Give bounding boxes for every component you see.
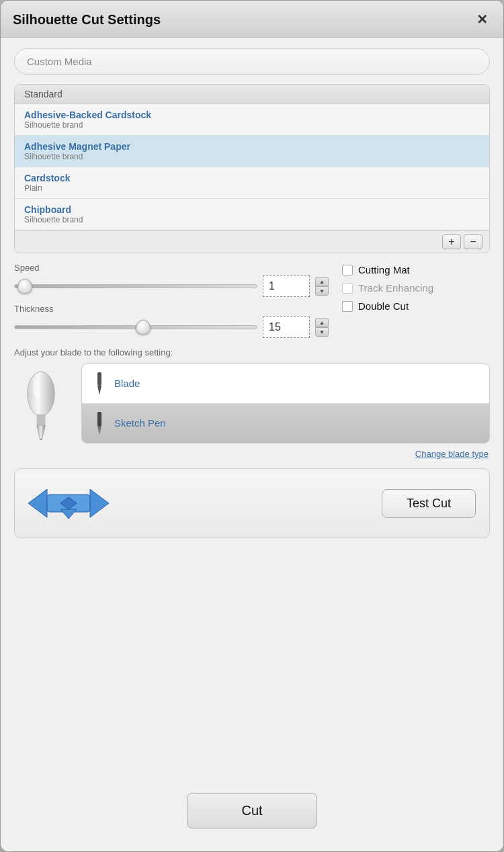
remove-media-button[interactable]: −	[464, 235, 482, 249]
list-section-header: Standard	[15, 85, 489, 104]
blade-section: Adjust your blade to the following setti…	[14, 347, 490, 459]
list-item-name: Cardstock	[24, 173, 480, 183]
list-item[interactable]: Cardstock Plain	[15, 167, 489, 199]
window: Silhouette Cut Settings ✕ Custom Media S…	[0, 0, 504, 852]
list-item[interactable]: Adhesive-Backed Cardstock Silhouette bra…	[15, 104, 489, 136]
list-item-sub: Silhouette brand	[24, 215, 480, 224]
blade-content: Blade Sketch Pen	[14, 363, 490, 443]
svg-point-0	[28, 372, 54, 416]
list-item-name: Adhesive Magnet Paper	[24, 141, 480, 152]
track-enhancing-row: Track Enhancing	[342, 282, 490, 294]
list-item[interactable]: Chipboard Silhouette brand	[15, 199, 489, 230]
thickness-control: Thickness 15 ▲ ▼	[14, 304, 329, 338]
blade-section-label: Adjust your blade to the following setti…	[14, 347, 490, 357]
track-enhancing-checkbox	[342, 283, 353, 294]
thickness-increment-button[interactable]: ▲	[315, 318, 329, 327]
close-button[interactable]: ✕	[472, 10, 491, 29]
svg-rect-7	[97, 412, 101, 427]
thickness-decrement-button[interactable]: ▼	[315, 327, 329, 337]
speed-label: Speed	[14, 263, 329, 273]
blade-image	[14, 363, 68, 443]
list-item[interactable]: Adhesive Magnet Paper Silhouette brand	[15, 136, 489, 167]
blade-illustration-icon	[17, 366, 65, 440]
svg-marker-9	[28, 489, 47, 517]
blade-option-sketch-pen[interactable]: Sketch Pen	[82, 404, 489, 443]
window-title: Silhouette Cut Settings	[13, 12, 161, 28]
blade-option-label: Blade	[114, 378, 140, 389]
cutting-mat-label: Cutting Mat	[358, 264, 410, 275]
sketch-pen-option-label: Sketch Pen	[114, 417, 166, 429]
thickness-label: Thickness	[14, 304, 329, 314]
list-item-name: Chipboard	[24, 204, 480, 215]
add-media-button[interactable]: +	[442, 235, 461, 249]
thickness-slider-row: 15 ▲ ▼	[14, 316, 329, 338]
list-item-sub: Silhouette brand	[24, 152, 480, 161]
blade-option-blade[interactable]: Blade	[82, 364, 489, 404]
test-cut-button[interactable]: Test Cut	[382, 489, 476, 518]
thickness-slider-track[interactable]	[14, 325, 257, 329]
speed-slider-thumb[interactable]	[17, 279, 32, 294]
list-item-name: Adhesive-Backed Cardstock	[24, 110, 480, 120]
cut-button-container: Cut	[14, 793, 490, 835]
speed-value-display[interactable]: 1	[263, 275, 310, 297]
svg-marker-6	[97, 386, 101, 395]
list-item-sub: Plain	[24, 183, 480, 193]
track-enhancing-label: Track Enhancing	[358, 282, 433, 294]
speed-control: Speed 1 ▲ ▼	[14, 263, 329, 297]
blade-selector: Blade Sketch Pen	[81, 364, 490, 443]
svg-marker-3	[40, 439, 42, 440]
speed-increment-button[interactable]: ▲	[315, 277, 329, 286]
thickness-slider-thumb[interactable]	[136, 320, 151, 335]
thickness-stepper: ▲ ▼	[315, 318, 329, 337]
svg-marker-2	[37, 425, 46, 439]
media-list-container: Standard Adhesive-Backed Cardstock Silho…	[14, 84, 490, 253]
svg-marker-8	[97, 427, 101, 435]
settings-row: Speed 1 ▲ ▼ Thickness	[14, 263, 490, 338]
list-item-sub: Silhouette brand	[24, 120, 480, 130]
double-cut-row[interactable]: Double Cut	[342, 300, 490, 312]
move-arrows-icon	[28, 480, 109, 527]
svg-point-4	[33, 378, 40, 397]
speed-slider-row: 1 ▲ ▼	[14, 275, 329, 297]
svg-rect-5	[97, 372, 101, 386]
thickness-value-display[interactable]: 15	[263, 316, 310, 338]
custom-media-field[interactable]: Custom Media	[14, 48, 490, 75]
spacer	[14, 548, 490, 783]
blade-tool-icon	[93, 372, 106, 395]
svg-rect-1	[37, 415, 46, 426]
left-controls: Speed 1 ▲ ▼ Thickness	[14, 263, 329, 338]
test-cut-panel: Test Cut	[14, 468, 490, 538]
cutting-mat-checkbox[interactable]	[342, 265, 353, 275]
double-cut-checkbox[interactable]	[342, 301, 353, 312]
cutting-mat-row[interactable]: Cutting Mat	[342, 264, 490, 275]
svg-marker-12	[90, 489, 109, 517]
speed-decrement-button[interactable]: ▼	[315, 286, 329, 296]
title-bar: Silhouette Cut Settings ✕	[1, 1, 503, 38]
cut-button[interactable]: Cut	[187, 793, 317, 828]
directional-arrows-icon	[28, 480, 109, 527]
right-controls: Cutting Mat Track Enhancing Double Cut	[342, 263, 490, 312]
sketch-pen-tool-icon	[93, 412, 106, 435]
change-blade-type-link[interactable]: Change blade type	[14, 449, 490, 459]
speed-slider-track[interactable]	[14, 284, 257, 288]
speed-stepper: ▲ ▼	[315, 277, 329, 296]
svg-marker-13	[60, 509, 77, 519]
media-list: Standard Adhesive-Backed Cardstock Silho…	[15, 85, 489, 230]
list-actions: + −	[15, 230, 489, 253]
content-area: Custom Media Standard Adhesive-Backed Ca…	[1, 38, 503, 851]
double-cut-label: Double Cut	[358, 300, 409, 312]
